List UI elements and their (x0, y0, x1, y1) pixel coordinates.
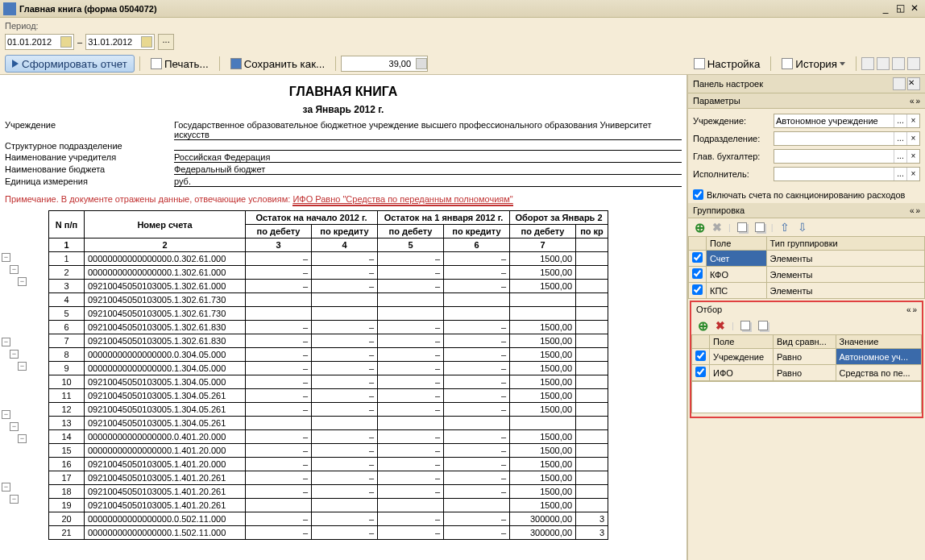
group-row[interactable]: КФОЭлементы (689, 267, 925, 283)
print-button[interactable]: Печать... (145, 55, 214, 73)
param-label: Глав. бухгалтер: (693, 151, 770, 161)
table-row[interactable]: 1809210045050103005.1.401.20.261––––1500… (49, 485, 608, 499)
param-input[interactable]: ...× (774, 114, 920, 128)
report-subtitle: за Январь 2012 г. (0, 104, 686, 120)
col-n: N п/п (49, 211, 85, 239)
move-up-icon[interactable]: ⇧ (778, 221, 791, 234)
tool-icon-2[interactable] (877, 57, 890, 70)
period-label: Период: (5, 21, 39, 31)
table-row[interactable]: 609210045050103005.1.302.61.830––––1500,… (49, 321, 608, 334)
tree-toggle[interactable]: − (2, 410, 10, 419)
copy2-icon[interactable] (753, 221, 766, 234)
table-row[interactable]: 1309210045050103005.1.304.05.261 (49, 417, 608, 430)
checkbox-label: Включать счета по сакнционированию расхо… (707, 190, 905, 200)
table-row[interactable]: 1209210045050103005.1.304.05.261––––1500… (49, 403, 608, 417)
tree-toggle[interactable]: − (10, 495, 19, 504)
table-row[interactable]: 709210045050103005.1.302.61.830––––1500,… (49, 334, 608, 348)
add-icon[interactable]: ⊕ (693, 221, 706, 234)
history-icon (782, 58, 793, 69)
table-row[interactable]: 1400000000000000000.0.401.20.000––––1500… (49, 430, 608, 444)
filter-empty (691, 381, 922, 413)
minimize-button[interactable]: _ (878, 2, 893, 15)
include-accounts-checkbox[interactable] (693, 189, 703, 200)
tree-toggle[interactable]: − (10, 422, 19, 431)
calendar-icon[interactable] (60, 36, 72, 48)
table-row[interactable]: 409210045050103005.1.302.61.730 (49, 293, 608, 307)
tree-toggle[interactable]: − (10, 350, 19, 359)
history-button[interactable]: История (776, 55, 851, 73)
tree-toggle[interactable]: − (18, 434, 27, 443)
param-input[interactable]: ...× (774, 167, 920, 181)
tree-toggle[interactable]: − (2, 338, 10, 346)
form-report-button[interactable]: Сформировать отчет (5, 55, 135, 73)
col-account: Номер счета (85, 211, 246, 239)
parameters-header[interactable]: Параметры «» (688, 93, 925, 109)
tool-icon-1[interactable] (861, 57, 874, 70)
table-row[interactable]: 900000000000000000.1.304.05.000––––1500,… (49, 362, 608, 375)
panel-close-icon[interactable]: ✕ (907, 77, 920, 90)
filter-row[interactable]: УчреждениеРавноАвтономное уч... (692, 349, 922, 365)
table-row[interactable]: 309210045050103005.1.302.61.000––––1500,… (49, 280, 608, 293)
tree-toggle[interactable]: − (2, 483, 10, 492)
filter-row[interactable]: ИФОРавноСредства по пе... (692, 365, 922, 381)
table-row[interactable]: 100000000000000000.0.302.61.000––––1500,… (49, 252, 608, 266)
move-down-icon[interactable]: ⇩ (796, 221, 809, 234)
table-row[interactable]: 1009210045050103005.1.304.05.000––––1500… (49, 375, 608, 389)
panel-icon-1[interactable] (893, 77, 906, 90)
toolbar: Сформировать отчет Печать... Сохранить к… (0, 53, 925, 75)
delete-icon[interactable]: ✖ (711, 221, 724, 234)
grouping-header[interactable]: Группировка «» (688, 203, 925, 218)
group-row[interactable]: СчетЭлементы (689, 251, 925, 267)
group-row[interactable]: КПСЭлементы (689, 283, 925, 299)
col-bal-start: Остаток на начало 2012 г. (246, 211, 378, 225)
date-from[interactable] (5, 34, 74, 50)
table-row[interactable]: 2000000000000000000.0.502.11.000––––3000… (49, 512, 608, 526)
info-label: Структурное подразделение (5, 141, 174, 151)
tool-icon-4[interactable] (907, 57, 920, 70)
play-icon (12, 60, 19, 68)
table-row[interactable]: 1909210045050103005.1.401.20.2611500,00 (49, 499, 608, 512)
outline-tree[interactable]: −−− −−− −−− −− (0, 210, 48, 540)
period-more-button[interactable]: ... (158, 34, 174, 50)
table-row[interactable]: 1709210045050103005.1.401.20.261––––1500… (49, 471, 608, 485)
table-row[interactable]: 2100000000000000000.1.502.11.000––––3000… (49, 526, 608, 540)
param-input[interactable]: ...× (774, 149, 920, 164)
copy-icon[interactable] (736, 221, 749, 234)
calc-icon[interactable] (416, 58, 427, 69)
titlebar: Главная книга (форма 0504072) _ ◱ ✕ (0, 0, 925, 18)
calendar-icon[interactable] (141, 36, 152, 48)
app-icon (3, 2, 16, 15)
info-label: Наименование учредителя (5, 152, 174, 163)
report-note: Примечание. В документе отражены данные,… (0, 188, 686, 210)
toolbar-extra (861, 57, 920, 70)
table-row[interactable]: 1500000000000000000.1.401.20.000––––1500… (49, 444, 608, 458)
tree-toggle[interactable]: − (18, 362, 27, 371)
copy-icon[interactable] (739, 319, 752, 332)
settings-button[interactable]: Настройка (688, 55, 766, 73)
zoom-input[interactable] (341, 56, 428, 72)
settings-icon (694, 58, 705, 69)
date-from-input[interactable] (7, 37, 59, 47)
copy2-icon[interactable] (757, 319, 769, 332)
tool-icon-3[interactable] (892, 57, 905, 70)
maximize-button[interactable]: ◱ (893, 2, 907, 15)
info-label: Учреждение (5, 120, 174, 140)
org-name: Государственное образовательное бюджетно… (174, 120, 682, 140)
param-input[interactable]: ...× (774, 131, 920, 146)
tree-toggle[interactable]: − (18, 277, 27, 286)
date-to[interactable] (85, 34, 155, 50)
date-to-input[interactable] (88, 37, 139, 47)
window-title: Главная книга (форма 0504072) (19, 4, 878, 14)
filter-header[interactable]: Отбор «» (691, 302, 922, 317)
table-row[interactable]: 200000000000000000.1.302.61.000––––1500,… (49, 266, 608, 280)
tree-toggle[interactable]: − (10, 265, 19, 274)
tree-toggle[interactable]: − (2, 253, 10, 262)
close-button[interactable]: ✕ (907, 2, 922, 15)
table-row[interactable]: 1609210045050103005.1.401.20.000––––1500… (49, 458, 608, 471)
table-row[interactable]: 509210045050103005.1.302.61.730 (49, 307, 608, 321)
table-row[interactable]: 800000000000000000.0.304.05.000––––1500,… (49, 348, 608, 362)
save-as-button[interactable]: Сохранить как... (225, 55, 330, 73)
delete-icon[interactable]: ✖ (714, 319, 727, 332)
add-icon[interactable]: ⊕ (696, 319, 709, 332)
table-row[interactable]: 1109210045050103005.1.304.05.261––––1500… (49, 389, 608, 403)
